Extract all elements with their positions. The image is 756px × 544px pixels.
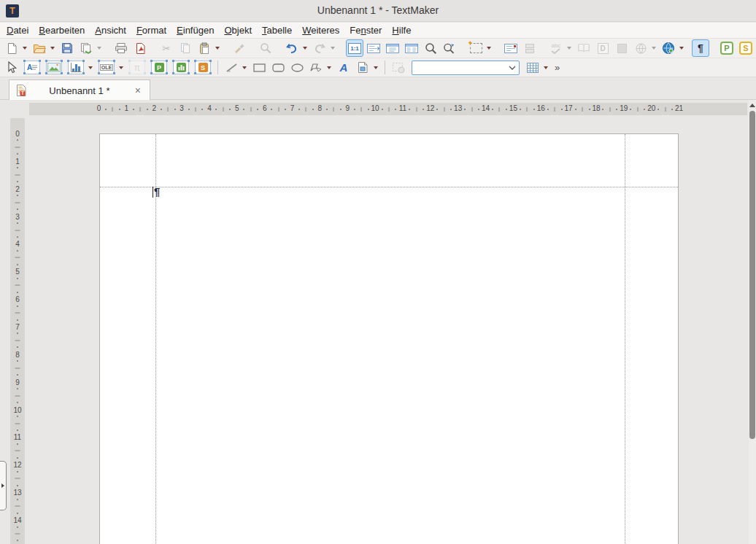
toolbar-overflow-button[interactable]: » — [552, 62, 563, 73]
research-dropdown[interactable] — [679, 47, 684, 50]
menu-einfügen[interactable]: Einfügen — [171, 23, 219, 37]
export-pdf-button[interactable] — [131, 39, 149, 57]
menu-tabelle[interactable]: Tabelle — [257, 23, 297, 37]
smart-text-button[interactable] — [613, 39, 630, 57]
view-single-page-icon — [386, 43, 399, 54]
select-tool-button[interactable] — [3, 59, 20, 77]
hruler-number: 21 — [675, 104, 683, 112]
object-properties-button[interactable] — [390, 59, 407, 77]
merge-records-button[interactable] — [521, 39, 539, 57]
ole-object-dropdown[interactable] — [119, 66, 123, 69]
draw-autoshape-dropdown[interactable] — [327, 66, 331, 69]
draw-rounded-rectangle-button[interactable] — [269, 59, 287, 77]
translate-button[interactable] — [632, 39, 649, 57]
view-draft-button[interactable] — [365, 39, 382, 57]
hruler-number: 16 — [537, 104, 545, 112]
vruler-dot — [17, 195, 18, 196]
menu-weiteres[interactable]: Weiteres — [297, 23, 344, 37]
planmaker-button[interactable]: S — [737, 39, 755, 57]
hruler-dot — [312, 109, 314, 110]
view-two-pages-button[interactable] — [403, 39, 420, 57]
save-button[interactable] — [58, 39, 76, 57]
draw-line-dropdown[interactable] — [242, 66, 247, 69]
autoshape-icon — [309, 63, 323, 73]
insert-table-dropdown[interactable] — [544, 66, 548, 69]
document-page[interactable]: ¶ — [99, 133, 679, 544]
zoom-level-button[interactable] — [441, 39, 458, 57]
vertical-ruler[interactable]: 01234567891011121314 — [10, 118, 25, 544]
hruler-number: 20 — [647, 104, 655, 112]
menu-hilfe[interactable]: Hilfe — [387, 23, 416, 37]
sidebar-toggle-handle[interactable] — [0, 461, 7, 510]
hruler-dot — [602, 109, 603, 110]
tab-close-icon[interactable]: × — [132, 85, 144, 96]
save-all-dropdown[interactable] — [97, 47, 101, 50]
draw-line-button[interactable] — [223, 59, 240, 77]
research-button[interactable] — [660, 39, 677, 57]
scrollbar-thumb[interactable] — [749, 111, 755, 439]
open-dropdown[interactable] — [50, 47, 55, 50]
undo-dropdown[interactable] — [303, 47, 307, 50]
open-button[interactable] — [31, 39, 48, 57]
search-button[interactable] — [257, 39, 274, 57]
presentations-button[interactable]: P — [718, 39, 736, 57]
spellcheck-dropdown[interactable] — [567, 47, 571, 50]
view-single-page-button[interactable] — [384, 39, 401, 57]
paste-button[interactable] — [196, 39, 213, 57]
new-document-button[interactable] — [3, 39, 20, 57]
horizontal-ruler[interactable]: 0123456789101112131415161718192021 — [29, 103, 747, 115]
print-button[interactable] — [112, 39, 130, 57]
thesaurus-button[interactable] — [575, 39, 593, 57]
draw-rectangle-button[interactable] — [250, 59, 268, 77]
menu-format[interactable]: Format — [131, 23, 171, 37]
insert-drawing-dropdown[interactable] — [374, 66, 378, 69]
view-normal-button[interactable]: 1:1 — [346, 39, 363, 57]
redo-button[interactable] — [311, 39, 328, 57]
insert-chart-object-button[interactable] — [171, 59, 191, 77]
translate-dropdown[interactable] — [652, 47, 656, 50]
view-two-pages-icon — [405, 43, 418, 54]
insert-table-button[interactable] — [524, 59, 541, 77]
zoom-in-button[interactable] — [422, 39, 439, 57]
insert-picture-frame-button[interactable] — [44, 59, 64, 77]
paste-dropdown[interactable] — [215, 47, 220, 50]
menu-fenster[interactable]: Fenster — [344, 23, 387, 37]
show-formatting-marks-button[interactable]: ¶ — [692, 39, 709, 57]
menu-objekt[interactable]: Objekt — [219, 23, 257, 37]
document-tab[interactable]: T Unbenannt 1 * × — [9, 79, 150, 101]
scroll-up-arrow-icon[interactable] — [749, 104, 755, 107]
insert-drawing-button[interactable] — [354, 59, 371, 77]
menu-bearbeiten[interactable]: Bearbeiten — [34, 23, 90, 37]
draw-autoshape-button[interactable] — [307, 59, 325, 77]
mail-merge-field-button[interactable] — [502, 39, 520, 57]
insert-chart-frame-button[interactable] — [66, 59, 86, 77]
insert-frame-dropdown[interactable] — [487, 47, 491, 50]
vertical-scrollbar[interactable] — [749, 100, 756, 544]
spellcheck-button[interactable]: abc — [547, 39, 565, 57]
draw-ellipse-button[interactable] — [288, 59, 306, 77]
hruler-dot — [147, 109, 148, 110]
copy-button[interactable] — [177, 39, 194, 57]
save-all-button[interactable] — [77, 39, 95, 57]
object-name-combobox[interactable] — [412, 61, 520, 75]
insert-frame-button[interactable]: ✦ — [467, 39, 485, 57]
insert-formula-button[interactable]: π — [127, 59, 147, 77]
menu-datei[interactable]: Datei — [1, 23, 34, 37]
new-document-dropdown[interactable] — [23, 47, 27, 50]
spellcheck-icon: abc — [551, 43, 561, 54]
insert-worksheet-object-button[interactable]: S — [193, 59, 213, 77]
hruler-number: 18 — [592, 104, 600, 112]
dictionary-button[interactable]: D — [594, 39, 612, 57]
insert-presentation-object-button[interactable]: P — [149, 59, 169, 77]
chart-frame-dropdown[interactable] — [88, 66, 93, 69]
insert-textart-button[interactable]: A — [335, 59, 352, 77]
cut-button[interactable]: ✂ — [158, 39, 175, 57]
undo-button[interactable] — [283, 39, 301, 57]
redo-dropdown[interactable] — [331, 47, 335, 50]
star-icon: ✦ — [468, 39, 474, 47]
menu-ansicht[interactable]: Ansicht — [90, 23, 131, 37]
insert-ole-object-button[interactable]: OLE — [96, 59, 117, 77]
insert-text-frame-button[interactable]: A — [22, 59, 42, 77]
format-painter-button[interactable] — [231, 39, 248, 57]
field-icon — [504, 44, 517, 53]
